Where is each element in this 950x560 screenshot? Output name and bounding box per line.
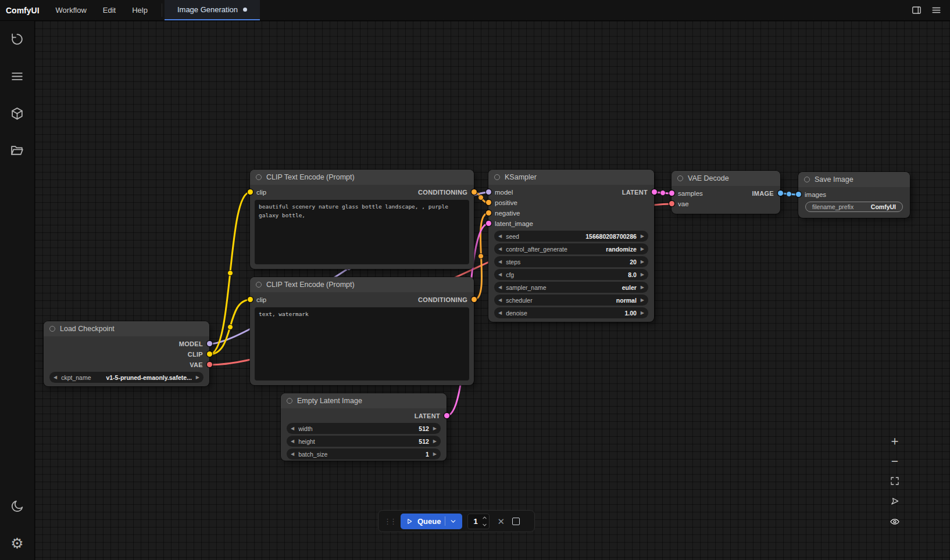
node-clip-text-encode-negative[interactable]: CLIP Text Encode (Prompt) clip CONDITION… xyxy=(250,277,474,385)
clear-queue-button[interactable]: ✕ xyxy=(495,516,507,527)
decrement-arrow-icon[interactable]: ◀ xyxy=(498,272,502,277)
node-header[interactable]: VAE Decode xyxy=(672,171,780,186)
increment-arrow-icon[interactable]: ▶ xyxy=(641,272,644,277)
widget-cfg[interactable]: ◀ cfg 8.0 ▶ xyxy=(494,269,648,280)
input-port-images[interactable] xyxy=(796,192,801,197)
sidebar-tab-queue-history[interactable] xyxy=(8,30,27,48)
node-ksampler[interactable]: KSampler model LATENT positive negative … xyxy=(488,170,654,322)
theme-toggle-button[interactable] xyxy=(8,497,27,515)
menu-edit[interactable]: Edit xyxy=(95,0,124,20)
decrement-arrow-icon[interactable]: ◀ xyxy=(498,247,502,252)
widget-scheduler[interactable]: ◀ scheduler normal ▶ xyxy=(494,295,648,306)
increment-arrow-icon[interactable]: ▶ xyxy=(641,260,644,264)
node-header[interactable]: Save Image xyxy=(798,172,910,187)
node-header[interactable]: KSampler xyxy=(488,170,654,185)
output-port-conditioning[interactable] xyxy=(472,297,477,302)
tab-image-generation[interactable]: Image Generation xyxy=(165,0,260,20)
decrement-arrow-icon[interactable]: ◀ xyxy=(498,298,502,303)
fit-view-button[interactable] xyxy=(885,472,904,490)
widget-denoise[interactable]: ◀ denoise 1.00 ▶ xyxy=(494,307,648,318)
batch-count-steppers[interactable] xyxy=(482,516,487,527)
decrement-arrow-icon[interactable]: ◀ xyxy=(498,311,502,315)
output-port-conditioning[interactable] xyxy=(472,189,477,195)
decrement-arrow-icon[interactable]: ◀ xyxy=(498,285,502,290)
node-load-checkpoint[interactable]: Load Checkpoint MODEL CLIP VAE ◀ ckpt_na… xyxy=(44,321,209,386)
node-header[interactable]: CLIP Text Encode (Prompt) xyxy=(250,170,474,185)
decrement-arrow-icon[interactable]: ◀ xyxy=(291,439,294,444)
increment-arrow-icon[interactable]: ▶ xyxy=(641,234,644,239)
settings-button[interactable]: ⚙ xyxy=(8,534,27,552)
output-port-image[interactable] xyxy=(778,191,783,196)
node-vae-decode[interactable]: VAE Decode samples IMAGE vae xyxy=(672,171,780,214)
widget-filename-prefix[interactable]: filename_prefix ComfyUI xyxy=(805,202,903,212)
input-port-samples[interactable] xyxy=(669,191,674,196)
collapse-dot-icon[interactable] xyxy=(287,398,292,404)
main-menu-button[interactable] xyxy=(928,2,944,19)
node-save-image[interactable]: Save Image images filename_prefix ComfyU… xyxy=(798,172,910,218)
increment-arrow-icon[interactable]: ▶ xyxy=(433,426,437,431)
toggle-panel-button[interactable] xyxy=(908,2,924,19)
input-port-positive[interactable] xyxy=(486,200,491,205)
select-mode-button[interactable] xyxy=(885,492,904,511)
decrement-arrow-icon[interactable]: ◀ xyxy=(291,426,294,431)
stop-button[interactable] xyxy=(512,518,520,525)
decrement-arrow-icon[interactable]: ◀ xyxy=(291,452,294,457)
queue-button[interactable]: Queue xyxy=(401,514,462,529)
collapse-dot-icon[interactable] xyxy=(677,175,683,181)
toggle-link-visibility-button[interactable] xyxy=(885,512,904,531)
drag-handle-icon[interactable]: ⋮⋮ xyxy=(384,518,395,525)
decrement-arrow-icon[interactable]: ◀ xyxy=(53,375,57,380)
widget-sampler-name[interactable]: ◀ sampler_name euler ▶ xyxy=(494,282,648,293)
collapse-dot-icon[interactable] xyxy=(804,177,810,182)
decrement-arrow-icon[interactable]: ◀ xyxy=(498,260,502,264)
chevron-up-icon[interactable] xyxy=(482,516,487,520)
widget-height[interactable]: ◀ height 512 ▶ xyxy=(287,436,441,447)
zoom-in-button[interactable]: ＋ xyxy=(885,431,904,450)
widget-seed[interactable]: ◀ seed 156680208700286 ▶ xyxy=(494,231,648,242)
decrement-arrow-icon[interactable]: ◀ xyxy=(498,234,502,239)
collapse-dot-icon[interactable] xyxy=(49,326,55,332)
prompt-textarea[interactable]: text, watermark xyxy=(255,307,469,380)
input-port-latent-image[interactable] xyxy=(486,221,491,226)
node-empty-latent-image[interactable]: Empty Latent Image LATENT ◀ width 512 ▶ … xyxy=(281,393,447,461)
widget-steps[interactable]: ◀ steps 20 ▶ xyxy=(494,256,648,267)
increment-arrow-icon[interactable]: ▶ xyxy=(433,452,437,457)
sidebar-tab-workflows[interactable] xyxy=(8,142,27,159)
sidebar-tab-node-library[interactable] xyxy=(8,67,27,85)
increment-arrow-icon[interactable]: ▶ xyxy=(641,311,644,315)
prompt-textarea[interactable]: beautiful scenery nature glass bottle la… xyxy=(255,200,469,264)
chevron-down-icon[interactable] xyxy=(482,523,487,527)
menu-workflow[interactable]: Workflow xyxy=(48,0,95,20)
widget-batch-size[interactable]: ◀ batch_size 1 ▶ xyxy=(287,448,441,460)
input-port-negative[interactable] xyxy=(486,210,491,216)
output-port-latent[interactable] xyxy=(652,189,657,195)
collapse-dot-icon[interactable] xyxy=(494,174,500,180)
increment-arrow-icon[interactable]: ▶ xyxy=(641,247,644,252)
input-port-vae[interactable] xyxy=(669,201,674,206)
node-clip-text-encode-positive[interactable]: CLIP Text Encode (Prompt) clip CONDITION… xyxy=(250,170,474,269)
zoom-out-button[interactable]: − xyxy=(885,451,904,470)
node-header[interactable]: Empty Latent Image xyxy=(281,393,447,408)
output-port-clip[interactable] xyxy=(207,351,212,357)
node-header[interactable]: CLIP Text Encode (Prompt) xyxy=(250,277,474,292)
node-header[interactable]: Load Checkpoint xyxy=(44,321,209,336)
output-port-vae[interactable] xyxy=(207,362,212,367)
menu-help[interactable]: Help xyxy=(124,0,156,20)
collapse-dot-icon[interactable] xyxy=(256,174,262,180)
increment-arrow-icon[interactable]: ▶ xyxy=(641,285,644,290)
increment-arrow-icon[interactable]: ▶ xyxy=(433,439,437,444)
widget-control-after-generate[interactable]: ◀ control_after_generate randomize ▶ xyxy=(494,243,648,254)
batch-count-input[interactable]: 1 xyxy=(467,514,490,529)
input-port-clip[interactable] xyxy=(248,297,253,302)
increment-arrow-icon[interactable]: ▶ xyxy=(641,298,644,303)
chevron-down-icon[interactable] xyxy=(449,518,457,525)
collapse-dot-icon[interactable] xyxy=(256,282,262,288)
sidebar-tab-model-library[interactable] xyxy=(8,105,27,122)
input-port-model[interactable] xyxy=(486,189,491,195)
input-port-clip[interactable] xyxy=(248,189,253,195)
increment-arrow-icon[interactable]: ▶ xyxy=(196,375,199,380)
output-port-model[interactable] xyxy=(207,341,212,346)
widget-width[interactable]: ◀ width 512 ▶ xyxy=(287,423,441,434)
output-port-latent[interactable] xyxy=(444,413,449,418)
widget-ckpt-name[interactable]: ◀ ckpt_name v1-5-pruned-emaonly.safete..… xyxy=(49,372,203,383)
